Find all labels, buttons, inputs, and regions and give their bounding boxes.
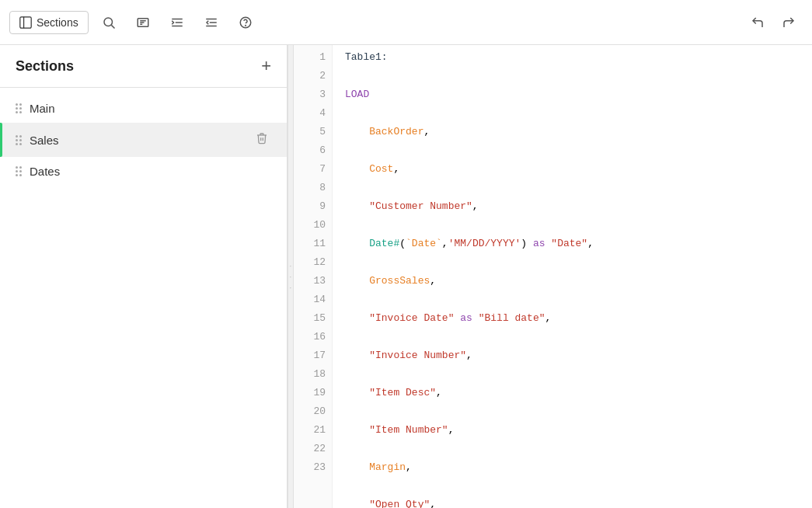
sidebar-title: Sections (16, 58, 74, 75)
add-section-button[interactable]: + (261, 57, 271, 75)
code-line-12: Margin, (345, 458, 800, 477)
help-icon (239, 16, 253, 30)
indent-decrease-button[interactable] (197, 9, 225, 37)
toolbar: Sections (0, 0, 812, 45)
sidebar-item-sales[interactable]: Sales (0, 123, 287, 157)
code-line-11: "Item Number", (345, 421, 800, 440)
code-line-13: "Open Qty", (345, 496, 800, 508)
main-area: Sections + Main (0, 45, 812, 508)
sidebar-item-main[interactable]: Main (0, 94, 287, 123)
delete-sales-button[interactable] (253, 130, 271, 149)
sidebar-item-dates[interactable]: Dates (0, 157, 287, 186)
line-numbers: 12345 678910 1112131415 1617181920 21222… (294, 45, 333, 508)
sections-button-icon (19, 16, 32, 29)
indent-increase-button[interactable] (163, 9, 191, 37)
help-button[interactable] (232, 9, 260, 37)
code-line-9: "Invoice Number", (345, 346, 800, 365)
redo-button[interactable] (775, 9, 803, 37)
sidebar-header: Sections + (0, 45, 287, 88)
code-line-4: Cost, (345, 160, 800, 179)
undo-button[interactable] (744, 9, 772, 37)
code-line-1: Table1: (345, 48, 800, 67)
code-line-6: Date#(`Date`,'MM/DD/YYYY') as "Date", (345, 235, 800, 253)
indent-increase-icon (170, 16, 184, 30)
redo-icon (782, 16, 796, 30)
resize-handle[interactable]: ··· (288, 45, 294, 508)
sections-button-label: Sections (37, 16, 78, 29)
search-icon (102, 16, 116, 30)
code-icon (136, 16, 150, 30)
resize-dots: ··· (290, 262, 292, 292)
drag-handle-sales (16, 135, 22, 145)
svg-line-3 (111, 25, 114, 28)
code-button[interactable] (129, 9, 157, 37)
svg-point-2 (104, 18, 113, 26)
sidebar: Sections + Main (0, 45, 288, 508)
code-line-3: BackOrder, (345, 123, 800, 141)
indent-decrease-icon (204, 16, 218, 30)
code-line-5: "Customer Number", (345, 197, 800, 216)
code-content[interactable]: Table1: LOAD BackOrder, Cost, "Customer … (333, 45, 812, 508)
sidebar-item-sales-label: Sales (30, 134, 245, 147)
sidebar-item-main-label: Main (30, 102, 271, 115)
code-editor[interactable]: 12345 678910 1112131415 1617181920 21222… (294, 45, 812, 508)
svg-point-15 (245, 25, 246, 26)
code-line-2: LOAD (345, 85, 800, 104)
svg-rect-0 (20, 16, 31, 27)
code-line-7: GrossSales, (345, 272, 800, 291)
drag-handle-main (16, 103, 22, 113)
undo-icon (751, 16, 765, 30)
sidebar-items-list: Main Sales (0, 88, 287, 508)
sections-button[interactable]: Sections (9, 11, 89, 34)
trash-icon (256, 132, 268, 144)
code-line-8: "Invoice Date" as "Bill date", (345, 309, 800, 328)
sidebar-item-dates-label: Dates (30, 165, 271, 178)
code-line-10: "Item Desc", (345, 384, 800, 402)
search-button[interactable] (95, 9, 123, 37)
drag-handle-dates (16, 166, 22, 176)
